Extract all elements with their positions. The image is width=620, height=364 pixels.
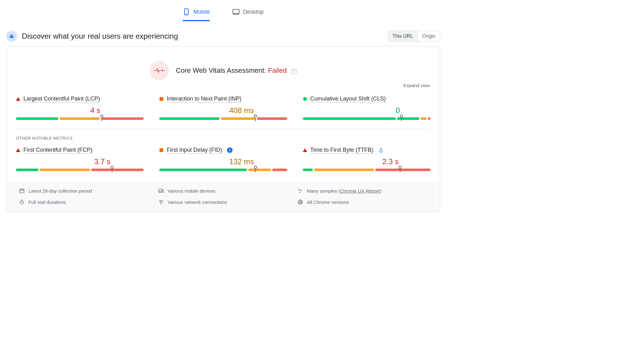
cls-label[interactable]: Cumulative Layout Shift (CLS): [310, 96, 386, 102]
metric-fcp: First Contentful Paint (FCP) 3.7 s: [16, 147, 144, 171]
footer-samples: Many samples (Chrome UX Report): [298, 188, 427, 194]
lcp-label[interactable]: Largest Contentful Paint (LCP): [23, 96, 100, 102]
tab-mobile[interactable]: Mobile: [181, 6, 212, 21]
expand-view[interactable]: Expand view: [17, 83, 430, 88]
inp-label[interactable]: Interaction to Next Paint (INP): [167, 96, 241, 102]
metric-cls: Cumulative Layout Shift (CLS) 0: [303, 96, 431, 120]
svg-marker-10: [162, 69, 164, 71]
metric-inp: Interaction to Next Paint (INP) 408 ms: [159, 96, 287, 120]
ttfb-label[interactable]: Time to First Byte (TTFB): [310, 147, 373, 154]
cls-bar: [303, 117, 431, 120]
metric-lcp: Largest Contentful Paint (LCP) 4 s: [16, 96, 144, 120]
svg-point-26: [161, 203, 161, 204]
page-title: Discover what your real users are experi…: [22, 32, 178, 41]
chrome-icon: [298, 199, 303, 205]
footer-durations: Full visit durations: [19, 199, 149, 205]
triangle-red-icon: [16, 97, 20, 101]
circle-green-icon: [303, 97, 307, 101]
device-tabs: Mobile Desktop: [6, 0, 440, 21]
fid-value: 132 ms: [159, 157, 287, 166]
divider: [16, 129, 431, 129]
lcp-bar: [16, 117, 144, 120]
metric-ttfb: Time to First Byte (TTFB) 2.3 s: [303, 147, 431, 171]
square-orange-icon: [159, 97, 164, 101]
wifi-icon: [158, 199, 164, 205]
pulse-icon: [150, 61, 169, 80]
triangle-red-icon: [16, 148, 20, 152]
svg-point-6: [11, 34, 12, 35]
inp-bar: [159, 117, 287, 120]
core-vitals-grid: Largest Contentful Paint (LCP) 4 s Inter…: [16, 96, 431, 120]
footer-network: Various network connections: [158, 199, 288, 205]
svg-rect-9: [11, 36, 12, 38]
fcp-value: 3.7 s: [16, 157, 144, 166]
help-icon[interactable]: ?: [291, 69, 297, 74]
metric-fid: First Input Delay (FID) i 132 ms: [159, 147, 287, 171]
assessment-text: Core Web Vitals Assessment: Failed ?: [176, 66, 297, 75]
desktop-icon: [232, 8, 240, 16]
fcp-label[interactable]: First Contentful Paint (FCP): [23, 147, 92, 154]
tab-mobile-label: Mobile: [193, 9, 210, 15]
toggle-this-url[interactable]: This URL: [388, 31, 418, 42]
svg-point-11: [164, 70, 165, 71]
triangle-red-icon: [303, 148, 307, 152]
inp-value: 408 ms: [159, 106, 287, 115]
crux-link[interactable]: Chrome UX Report: [340, 188, 380, 194]
svg-rect-16: [159, 189, 162, 192]
calendar-icon: [19, 188, 25, 194]
ttfb-value: 2.3 s: [303, 157, 431, 166]
tab-desktop[interactable]: Desktop: [230, 6, 265, 21]
fid-bar: [159, 169, 287, 171]
stopwatch-icon: [19, 199, 25, 205]
tab-desktop-label: Desktop: [243, 9, 263, 15]
svg-point-5: [12, 35, 13, 36]
fcp-bar: [16, 169, 144, 171]
flask-icon: [378, 147, 383, 153]
footer-versions: All Chrome versions: [298, 199, 427, 205]
square-orange-icon: [159, 148, 164, 152]
lcp-value: 4 s: [16, 106, 144, 115]
svg-point-28: [299, 201, 301, 203]
toggle-origin[interactable]: Origin: [417, 31, 440, 42]
devices-icon: [158, 188, 164, 194]
svg-point-21: [299, 192, 301, 193]
footer-strip: Latest 28-day collection period Various …: [7, 182, 440, 212]
assessment-status: Failed: [268, 66, 287, 74]
scatter-icon: [298, 188, 303, 194]
scope-toggle: This URL Origin: [388, 31, 440, 42]
svg-rect-2: [233, 9, 239, 13]
svg-point-19: [298, 189, 300, 190]
vitals-card: Core Web Vitals Assessment: Failed ? Exp…: [6, 46, 440, 212]
footer-period: Latest 28-day collection period: [19, 188, 149, 194]
footer-devices: Various mobile devices: [158, 188, 288, 194]
users-icon: [6, 31, 17, 42]
cls-value: 0: [303, 106, 431, 115]
other-metrics-label: OTHER NOTABLE METRICS: [16, 136, 431, 140]
svg-rect-18: [162, 190, 164, 192]
svg-point-4: [10, 35, 11, 36]
assessment-row: Core Web Vitals Assessment: Failed ?: [16, 61, 431, 80]
other-metrics-grid: First Contentful Paint (FCP) 3.7 s First…: [16, 147, 431, 171]
ttfb-bar: [303, 169, 431, 171]
fid-label[interactable]: First Input Delay (FID): [167, 147, 222, 154]
mobile-icon: [183, 8, 190, 16]
info-icon[interactable]: i: [227, 147, 233, 153]
svg-rect-12: [20, 189, 24, 193]
svg-point-20: [301, 190, 302, 191]
